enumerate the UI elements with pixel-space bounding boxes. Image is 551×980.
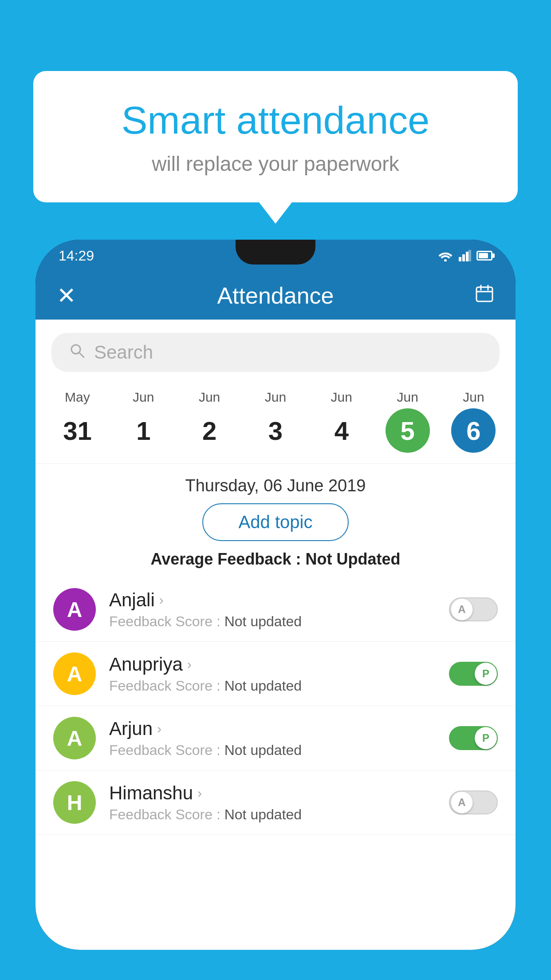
- toggle-switch[interactable]: A: [449, 597, 498, 621]
- calendar-day[interactable]: Jun5: [386, 385, 430, 463]
- bubble-title: Smart attendance: [69, 98, 482, 143]
- attendance-toggle[interactable]: A: [449, 597, 498, 621]
- calendar-day[interactable]: Jun1: [121, 385, 165, 463]
- svg-rect-5: [476, 287, 492, 301]
- calendar-day[interactable]: May31: [55, 385, 99, 463]
- student-name[interactable]: Arjun ›: [109, 718, 436, 739]
- status-time: 14:29: [59, 248, 94, 264]
- speech-bubble: Smart attendance will replace your paper…: [33, 71, 518, 202]
- student-info: Himanshu ›Feedback Score : Not updated: [109, 782, 436, 823]
- chevron-icon: ›: [197, 786, 202, 801]
- student-avatar: A: [53, 588, 96, 631]
- student-list: AAnjali ›Feedback Score : Not updatedAAA…: [35, 577, 516, 835]
- calendar-day[interactable]: Jun6: [451, 385, 496, 463]
- attendance-toggle[interactable]: P: [449, 662, 498, 686]
- calendar-button[interactable]: [475, 284, 494, 308]
- svg-rect-1: [459, 257, 461, 261]
- student-feedback: Feedback Score : Not updated: [109, 678, 436, 694]
- toggle-knob: P: [475, 663, 497, 685]
- header-title: Attendance: [217, 282, 334, 309]
- student-name[interactable]: Anjali ›: [109, 589, 436, 611]
- search-bar[interactable]: Search: [51, 333, 500, 372]
- student-feedback: Feedback Score : Not updated: [109, 613, 436, 630]
- svg-rect-4: [468, 250, 471, 261]
- calendar-day[interactable]: Jun2: [187, 385, 232, 463]
- avg-feedback-value: Not Updated: [305, 550, 400, 568]
- student-feedback: Feedback Score : Not updated: [109, 742, 436, 759]
- cal-month: Jun: [463, 390, 484, 405]
- chevron-icon: ›: [187, 657, 192, 672]
- app-header: ✕ Attendance: [35, 272, 516, 320]
- cal-date: 3: [253, 408, 298, 453]
- svg-point-0: [444, 259, 447, 261]
- avg-feedback-label: Average Feedback :: [151, 550, 306, 568]
- phone-container: 14:29 ✕ Attendan: [35, 240, 516, 980]
- cal-date: 4: [319, 408, 364, 453]
- attendance-toggle[interactable]: A: [449, 790, 498, 814]
- battery-icon: [476, 251, 492, 261]
- cal-date: 5: [386, 408, 430, 453]
- phone-notch: [236, 240, 315, 265]
- student-name[interactable]: Himanshu ›: [109, 782, 436, 804]
- screen-content: Search May31Jun1Jun2Jun3Jun4Jun5Jun6 Thu…: [35, 320, 516, 950]
- student-row: AArjun ›Feedback Score : Not updatedP: [35, 706, 516, 771]
- student-info: Anupriya ›Feedback Score : Not updated: [109, 654, 436, 694]
- toggle-switch[interactable]: A: [449, 790, 498, 814]
- calendar-day[interactable]: Jun4: [319, 385, 364, 463]
- calendar-day[interactable]: Jun3: [253, 385, 298, 463]
- student-row: HHimanshu ›Feedback Score : Not updatedA: [35, 771, 516, 835]
- student-feedback: Feedback Score : Not updated: [109, 806, 436, 823]
- student-info: Arjun ›Feedback Score : Not updated: [109, 718, 436, 759]
- toggle-switch[interactable]: P: [449, 662, 498, 686]
- cal-month: Jun: [331, 390, 352, 405]
- chevron-icon: ›: [157, 721, 161, 736]
- cal-date: 6: [451, 408, 496, 453]
- cal-month: Jun: [397, 390, 418, 405]
- attendance-toggle[interactable]: P: [449, 726, 498, 750]
- wifi-icon: [437, 250, 453, 261]
- signal-icon: [459, 250, 471, 261]
- student-row: AAnupriya ›Feedback Score : Not updatedP: [35, 642, 516, 706]
- toggle-knob: P: [475, 727, 497, 749]
- student-name[interactable]: Anupriya ›: [109, 654, 436, 675]
- toggle-switch[interactable]: P: [449, 726, 498, 750]
- student-row: AAnjali ›Feedback Score : Not updatedA: [35, 577, 516, 642]
- calendar-strip: May31Jun1Jun2Jun3Jun4Jun5Jun6: [35, 381, 516, 464]
- cal-date: 1: [121, 408, 165, 453]
- svg-rect-3: [466, 252, 468, 261]
- cal-date: 31: [55, 408, 99, 453]
- student-avatar: A: [53, 717, 96, 759]
- cal-month: Jun: [265, 390, 286, 405]
- selected-date-label: Thursday, 06 June 2019: [35, 464, 516, 503]
- student-avatar: H: [53, 781, 96, 824]
- svg-line-10: [79, 353, 84, 357]
- cal-month: May: [65, 390, 90, 405]
- avg-feedback: Average Feedback : Not Updated: [35, 550, 516, 569]
- close-button[interactable]: ✕: [57, 282, 76, 309]
- chevron-icon: ›: [159, 593, 164, 608]
- cal-month: Jun: [199, 390, 220, 405]
- student-info: Anjali ›Feedback Score : Not updated: [109, 589, 436, 630]
- cal-date: 2: [187, 408, 232, 453]
- add-topic-button[interactable]: Add topic: [202, 503, 349, 541]
- cal-month: Jun: [133, 390, 154, 405]
- student-avatar: A: [53, 652, 96, 695]
- search-input[interactable]: Search: [94, 342, 153, 363]
- toggle-knob: A: [451, 791, 473, 814]
- bubble-subtitle: will replace your paperwork: [69, 152, 482, 176]
- svg-rect-2: [462, 254, 465, 261]
- toggle-knob: A: [451, 598, 473, 620]
- search-icon: [69, 343, 85, 363]
- speech-bubble-container: Smart attendance will replace your paper…: [33, 71, 518, 202]
- phone-frame: 14:29 ✕ Attendan: [35, 240, 516, 950]
- status-icons: [437, 250, 492, 261]
